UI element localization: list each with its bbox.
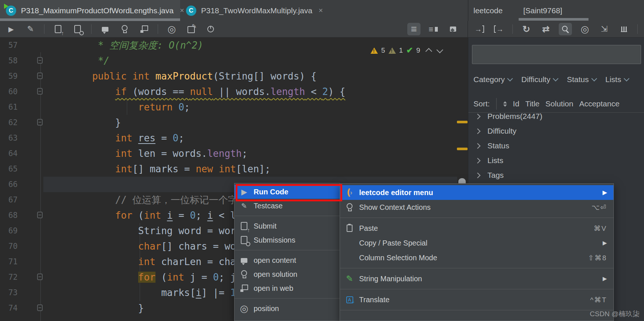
line-number[interactable]: 73 — [0, 285, 18, 300]
next-issue-chevron-icon[interactable] — [436, 46, 443, 53]
filter-difficulty[interactable]: Difficulty — [521, 75, 558, 84]
refresh-button[interactable] — [520, 23, 533, 35]
timer-button[interactable] — [204, 23, 217, 35]
collapse-button[interactable] — [598, 23, 611, 35]
code-line[interactable]: for (int j = 0; j — [69, 269, 236, 285]
tab-label: P318_MaximumProductOfWordLengths.java — [21, 6, 173, 15]
filter-status[interactable]: Status — [567, 75, 596, 84]
code-line[interactable]: if (words == null || words.length < 2) { — [69, 84, 345, 99]
menu-item-position[interactable]: position — [235, 301, 340, 315]
sort-option-id[interactable]: Id — [513, 99, 519, 108]
menu-item-translate[interactable]: Translate^⌘T — [340, 292, 613, 307]
tab-file-1[interactable]: C P318_MaximumProductOfWordLengths.java … — [0, 0, 180, 21]
code-line[interactable]: * 空间复杂度: O(n^2) — [69, 38, 203, 53]
code-line[interactable]: return 0; — [69, 99, 190, 115]
sort-direction-icon[interactable] — [503, 101, 507, 107]
menu-item-open-content[interactable]: open content — [235, 253, 340, 267]
comment-button[interactable] — [99, 23, 112, 35]
compose-button[interactable] — [185, 23, 198, 35]
menu-item-column-selection-mode[interactable]: Column Selection Mode⇧⌘8 — [340, 250, 613, 265]
code-line[interactable]: marks[i] |= 1 — [69, 285, 236, 300]
line-number[interactable]: 60 — [0, 84, 18, 99]
edit-button[interactable] — [24, 23, 37, 35]
code-line[interactable]: */ — [69, 53, 110, 68]
image-view-button[interactable] — [446, 23, 459, 35]
line-number[interactable]: 64 — [0, 146, 18, 161]
menu-item-open-in-web[interactable]: open in web — [235, 281, 340, 295]
line-number[interactable]: 72 — [0, 269, 18, 285]
line-number[interactable]: 67 — [0, 192, 18, 208]
previous-issue-chevron-icon[interactable] — [425, 48, 432, 54]
line-number[interactable]: 71 — [0, 254, 18, 269]
fold-marker-icon[interactable] — [37, 88, 43, 95]
tree-item-status[interactable]: Status — [468, 138, 644, 153]
window-button[interactable] — [137, 23, 151, 35]
sort-option-solution[interactable]: Solution — [545, 99, 573, 108]
menu-item-show-context-actions[interactable]: Show Context Actions⌥⏎ — [340, 200, 613, 215]
tree-item-problems-2447[interactable]: Problems(2447) — [468, 109, 644, 124]
line-number[interactable]: 69 — [0, 223, 18, 239]
sign-in-button[interactable] — [473, 23, 486, 35]
tab-file-2[interactable]: C P318_TwoWordMaxMultiply.java × — [180, 0, 324, 21]
menu-item-open-solution[interactable]: open solution — [235, 267, 340, 281]
line-number[interactable]: 59 — [0, 68, 18, 84]
shuffle-button[interactable] — [539, 23, 552, 35]
fold-marker-icon[interactable] — [37, 73, 43, 79]
code-line[interactable]: int[] marks = new int[len]; — [69, 161, 271, 177]
lightbulb-button[interactable] — [118, 23, 131, 35]
code-line[interactable]: int len = words.length; — [69, 146, 247, 161]
code-line[interactable]: for (int i = 0; i < l — [69, 208, 236, 223]
close-icon[interactable]: × — [319, 6, 323, 15]
code-line[interactable]: } — [69, 300, 144, 316]
chart-button[interactable] — [617, 23, 630, 35]
code-line[interactable]: int res = 0; — [69, 130, 184, 146]
run-button[interactable] — [4, 23, 18, 35]
fold-marker-icon[interactable] — [37, 212, 43, 218]
code-line[interactable]: // 位运算，一位标记一个字 — [69, 192, 237, 208]
code-line[interactable]: int charLen = cha — [69, 254, 236, 269]
line-number[interactable]: 61 — [0, 99, 18, 115]
code-line[interactable]: String word = wor — [69, 223, 236, 239]
sign-out-button[interactable] — [492, 23, 505, 35]
line-number[interactable]: 74 — [0, 300, 18, 316]
line-number[interactable]: 70 — [0, 239, 18, 254]
tree-item-lists[interactable]: Lists — [468, 153, 644, 168]
submissions-button[interactable] — [71, 23, 84, 35]
scrollbar-warning-mark[interactable] — [457, 148, 468, 150]
menu-item-copy-paste-special[interactable]: Copy / Paste Special▶ — [340, 236, 613, 250]
problem-search-field[interactable] — [472, 45, 641, 64]
target-button[interactable] — [165, 23, 178, 35]
sort-option-title[interactable]: Title — [525, 99, 540, 108]
scrollbar-warning-mark[interactable] — [457, 121, 468, 123]
locate-button[interactable] — [578, 23, 591, 35]
filter-lists[interactable]: Lists — [605, 75, 629, 84]
fold-marker-icon[interactable] — [37, 304, 43, 311]
code-line[interactable]: char[] chars = wo — [69, 239, 236, 254]
line-number[interactable]: 65 — [0, 161, 18, 177]
menu-item-submissions[interactable]: Submissions — [235, 233, 340, 247]
fold-marker-icon[interactable] — [37, 274, 43, 280]
menu-item-leetcode-editor-menu[interactable]: leetcode editor menu▶ — [340, 185, 613, 200]
menu-item-submit[interactable]: Submit — [235, 219, 340, 233]
split-view-button[interactable] — [427, 23, 440, 35]
line-number[interactable]: 62 — [0, 115, 18, 130]
code-line[interactable]: } — [69, 115, 121, 130]
fold-marker-icon[interactable] — [37, 119, 43, 126]
sort-option-acceptance[interactable]: Acceptance — [579, 99, 620, 108]
submit-button[interactable] — [51, 23, 65, 35]
line-number[interactable]: 58 — [0, 53, 18, 68]
menu-item-string-manipulation[interactable]: String Manipulation▶ — [340, 271, 613, 286]
search-button[interactable] — [559, 23, 572, 35]
filter-category[interactable]: Category — [473, 75, 512, 84]
tree-item-tags[interactable]: Tags — [468, 168, 644, 183]
tree-item-difficulty[interactable]: Difficulty — [468, 124, 644, 138]
line-number[interactable]: 63 — [0, 130, 18, 146]
fold-marker-icon[interactable] — [37, 57, 43, 64]
problem-search-input[interactable] — [472, 45, 641, 64]
line-number[interactable]: 57 — [0, 38, 18, 53]
code-line[interactable]: public int maxProduct(String[] words) { — [69, 68, 316, 84]
menu-item-paste[interactable]: Paste⌘V — [340, 221, 613, 236]
line-number[interactable]: 68 — [0, 208, 18, 223]
list-view-button[interactable] — [407, 23, 421, 35]
line-number[interactable]: 66 — [0, 177, 18, 192]
